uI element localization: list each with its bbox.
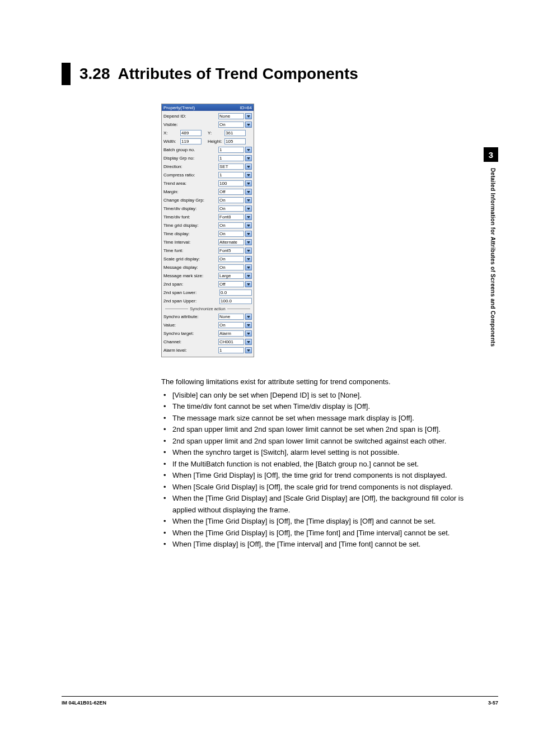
panel-body: Depend ID: None Visible: On X: Y: Width:: [162, 111, 254, 357]
dropdown-icon[interactable]: [245, 264, 252, 270]
value-channel[interactable]: CH001: [218, 339, 244, 345]
heading-number: 3.28: [79, 65, 110, 83]
dropdown-icon[interactable]: [245, 122, 252, 128]
dropdown-icon[interactable]: [245, 206, 252, 212]
label-sync-attr: Synchro attribute:: [163, 314, 217, 319]
value-trend-area[interactable]: 100: [218, 180, 244, 186]
label-trend-area: Trend area:: [163, 181, 217, 186]
value-timegrid-disp[interactable]: On: [218, 222, 244, 228]
input-x[interactable]: [180, 130, 202, 136]
dropdown-icon[interactable]: [245, 172, 252, 178]
value-timediv-disp[interactable]: On: [218, 206, 244, 212]
list-item: When [Time display] is [Off], the [Time …: [161, 539, 476, 550]
value-depend-id[interactable]: None: [218, 113, 244, 119]
value-time-disp[interactable]: On: [218, 231, 244, 237]
svg-marker-18: [247, 283, 250, 286]
value-compress[interactable]: 1: [218, 172, 244, 178]
svg-marker-19: [247, 316, 250, 318]
chapter-label: Detailed Information for Attributes of S…: [486, 168, 496, 409]
dropdown-icon[interactable]: [245, 147, 252, 153]
footer-doc-id: IM 04L41B01-62EN: [62, 700, 106, 706]
row-change-disp: Change display Grp: On: [163, 196, 252, 204]
svg-marker-7: [247, 191, 250, 193]
dropdown-icon[interactable]: [245, 273, 252, 279]
dropdown-icon[interactable]: [245, 214, 252, 220]
list-item: When the [Time Grid Display] is [Off], t…: [161, 528, 476, 539]
row-2nd-span-lower: 2nd span Lower:: [163, 288, 252, 297]
label-margin: Margin:: [163, 189, 217, 194]
chapter-tab: 3: [484, 147, 498, 162]
input-2nd-span-lower[interactable]: [219, 290, 252, 296]
label-width: Width:: [163, 139, 180, 144]
row-time-interval: Time Interval: Alternate: [163, 238, 252, 246]
list-item: When [Time Grid Display] is [Off], the t…: [161, 470, 476, 482]
row-msg-mark-size: Message mark size: Large: [163, 272, 252, 280]
value-visible[interactable]: On: [218, 122, 244, 128]
list-item: [Visible] can only be set when [Depend I…: [161, 390, 476, 402]
value-scalegrid-disp[interactable]: On: [218, 256, 244, 262]
list-item: If the MultiBatch function is not enable…: [161, 459, 476, 470]
dropdown-icon[interactable]: [245, 314, 252, 320]
value-alarm-level[interactable]: 1: [218, 347, 244, 353]
row-sync-attr: Synchro attribute: None: [163, 312, 252, 321]
row-2nd-span: 2nd span: Off: [163, 280, 252, 288]
value-timediv-font[interactable]: Font8: [218, 214, 244, 220]
dropdown-icon[interactable]: [245, 239, 252, 245]
value-display-grp[interactable]: 1: [218, 155, 244, 161]
label-msg-mark-size: Message mark size:: [163, 273, 217, 278]
value-msg-disp[interactable]: On: [218, 264, 244, 270]
list-item: The message mark size cannot be set when…: [161, 413, 476, 424]
dropdown-icon[interactable]: [245, 339, 252, 345]
dropdown-icon[interactable]: [245, 222, 252, 228]
input-2nd-span-upper[interactable]: [219, 298, 252, 304]
dropdown-icon[interactable]: [245, 164, 252, 170]
row-scalegrid-disp: Scale grid display: On: [163, 255, 252, 263]
body-text: The following limitations exist for attr…: [161, 376, 476, 550]
value-sync-target[interactable]: Alarm: [218, 330, 244, 337]
input-y[interactable]: [224, 130, 246, 136]
input-width[interactable]: [180, 138, 202, 144]
dropdown-icon[interactable]: [245, 347, 252, 353]
list-item: 2nd span upper limit and 2nd span lower …: [161, 424, 476, 436]
value-margin[interactable]: Off: [218, 189, 244, 195]
value-2nd-span[interactable]: Off: [218, 281, 244, 287]
row-time-font: Time font: Font5: [163, 246, 252, 255]
input-height[interactable]: [224, 138, 246, 144]
value-value[interactable]: On: [218, 322, 244, 328]
dropdown-icon[interactable]: [245, 231, 252, 237]
value-time-interval[interactable]: Alternate: [218, 239, 244, 245]
dropdown-icon[interactable]: [245, 330, 252, 337]
row-margin: Margin: Off: [163, 188, 252, 196]
label-height: Height:: [208, 139, 224, 144]
value-direction[interactable]: SET: [218, 164, 244, 170]
row-msg-disp: Message display: On: [163, 263, 252, 272]
value-time-font[interactable]: Font5: [218, 248, 244, 254]
svg-marker-20: [247, 324, 250, 326]
label-sync-target: Synchro target:: [163, 331, 217, 336]
dropdown-icon[interactable]: [245, 248, 252, 254]
dropdown-icon[interactable]: [245, 281, 252, 287]
value-change-disp[interactable]: On: [218, 197, 244, 203]
value-batch-group[interactable]: 1: [218, 147, 244, 153]
value-sync-attr[interactable]: None: [218, 314, 244, 320]
svg-marker-12: [247, 233, 250, 235]
dropdown-icon[interactable]: [245, 155, 252, 161]
dropdown-icon[interactable]: [245, 197, 252, 203]
dropdown-icon[interactable]: [245, 256, 252, 262]
svg-marker-21: [247, 333, 250, 335]
label-depend-id: Depend ID:: [163, 114, 217, 119]
dropdown-icon[interactable]: [245, 113, 252, 119]
svg-marker-16: [247, 267, 250, 269]
label-time-interval: Time Interval:: [163, 240, 217, 245]
section-heading: 3.28 Attributes of Trend Components: [62, 63, 489, 85]
row-channel: Channel: CH001: [163, 338, 252, 346]
row-sync-target: Synchro target: Alarm: [163, 329, 252, 338]
bullet-list: [Visible] can only be set when [Depend I…: [161, 390, 476, 550]
dropdown-icon[interactable]: [245, 180, 252, 186]
dropdown-icon[interactable]: [245, 322, 252, 328]
value-msg-mark-size[interactable]: Large: [218, 273, 244, 279]
label-x: X:: [163, 130, 180, 136]
label-timediv-font: Time/div font:: [163, 214, 217, 220]
dropdown-icon[interactable]: [245, 189, 252, 195]
svg-marker-15: [247, 258, 250, 260]
